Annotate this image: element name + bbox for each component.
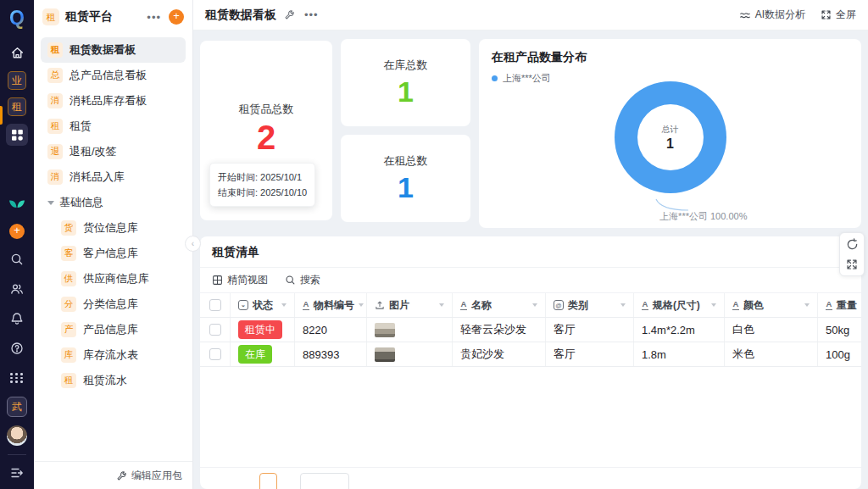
stat-label: 租赁品总数 [239,102,294,117]
text-field-icon: A [732,300,739,309]
page-more-icon[interactable]: ••• [303,8,320,21]
search-button[interactable]: 搜索 [285,273,320,287]
column-dropdown-icon[interactable] [711,303,716,307]
weight-cell: 100g [818,342,861,366]
text-field-icon: A [826,300,832,309]
column-header-image[interactable]: 图片 [367,293,453,317]
help-icon[interactable] [6,337,28,359]
collapse-sidebar-icon[interactable] [6,462,28,484]
donut-center-value: 1 [666,136,674,152]
image-cell [367,342,453,366]
app-grid-menu-icon[interactable] [6,367,28,389]
status-cell: 租赁中 [231,318,295,342]
expand-icon[interactable] [846,258,858,270]
text-field-icon: A [460,300,467,309]
menu-item-icon: 消 [47,93,63,108]
column-header-name[interactable]: A 名称 [453,293,546,317]
sidebar-item-category-info[interactable]: 分 分类信息库 [54,292,186,317]
sidebar-item-rental-dashboard[interactable]: 租 租赁数据看板 [41,37,186,63]
menu-item-label: 租赁 [70,119,92,134]
add-page-button[interactable]: + [169,9,184,25]
notifications-bell-icon[interactable] [6,308,28,330]
menu-item-label: 分类信息库 [83,297,138,312]
stat-card-in-stock: 在库总数 1 [341,39,470,126]
column-label: 物料编号 [314,298,354,313]
sidebar-item-consumable-inbound[interactable]: 消 消耗品入库 [41,164,186,190]
sidebar-item-rental[interactable]: 租 租赁 [41,114,186,139]
app-more-icon[interactable]: ••• [145,11,163,24]
menu-item-icon: 客 [61,246,76,261]
edit-app-package-button[interactable]: 编辑应用包 [34,461,192,489]
rail-business-app-icon[interactable]: 业 [8,71,26,90]
row-checkbox[interactable] [209,348,221,360]
column-dropdown-icon[interactable] [804,303,810,307]
stat-value: 1 [398,76,414,108]
menu-item-label: 库存流水表 [83,347,138,363]
pagination-page-size-select[interactable] [300,473,349,489]
name-cell: 贵妃沙发 [453,342,546,366]
column-header-code[interactable]: A 物料编号 [295,293,367,317]
donut-chart[interactable]: 总计 1 [615,81,726,193]
sidebar-item-product-dashboard[interactable]: 总 总产品信息看板 [41,63,186,88]
search-label: 搜索 [300,273,320,287]
column-header-size[interactable]: A 规格(尺寸) [634,293,725,317]
sidebar-group-children: 货 货位信息库 客 客户信息库 供 供应商信息库 分 分类信息库 产 产品信息库… [41,215,186,393]
sidebar-item-customer-info[interactable]: 客 客户信息库 [54,241,186,266]
menu-item-label: 总产品信息看板 [70,68,147,83]
menu-item-icon: 货 [61,220,76,236]
contacts-icon[interactable] [6,278,28,300]
lookup-field-icon: @ [554,300,564,310]
product-thumbnail[interactable] [375,323,395,337]
ai-analysis-button[interactable]: AI数据分析 [739,8,805,22]
sidebar-item-product-info[interactable]: 产 产品信息库 [54,317,186,342]
status-badge: 租赁中 [238,320,282,339]
sidebar-group-basic-info[interactable]: 基础信息 [41,190,186,215]
workspace-logo-icon[interactable] [6,192,28,214]
collapse-panel-icon[interactable]: ‹ [185,236,201,252]
sidebar-item-consumable-stock[interactable]: 消 消耗品库存看板 [41,88,186,114]
apps-grid-icon[interactable] [6,124,28,146]
sidebar-item-return[interactable]: 退 退租/改签 [41,139,186,164]
column-dropdown-icon[interactable] [532,303,537,307]
stat-label: 在库总数 [384,58,428,73]
weight-cell: 50kg [818,318,861,342]
org-badge[interactable]: 武 [7,397,27,417]
row-select-cell [200,318,231,342]
menu-item-icon: 消 [47,169,63,185]
table-row[interactable]: 租赁中 8220 轻奢云朵沙发 客厅 1.4m*2.2m 白色 50kg [200,318,861,342]
select-all-checkbox[interactable] [209,299,221,311]
sidebar-item-rental-flow[interactable]: 租 租赁流水 [54,368,186,393]
compact-view-button[interactable]: 精简视图 [212,273,268,287]
row-checkbox[interactable] [209,324,221,336]
fullscreen-button[interactable]: 全屏 [821,8,856,22]
user-avatar[interactable] [7,425,27,446]
column-dropdown-icon[interactable] [620,303,626,307]
product-thumbnail[interactable] [375,347,395,362]
sidebar-item-slot-info[interactable]: 货 货位信息库 [54,215,186,241]
edit-wrench-icon[interactable] [284,9,295,20]
column-dropdown-icon[interactable] [439,303,444,307]
rail-add-icon[interactable]: + [9,224,25,239]
column-header-category[interactable]: @ 类别 [546,293,634,317]
search-icon [285,275,296,286]
column-dropdown-icon[interactable] [359,303,364,307]
refresh-icon[interactable] [846,238,859,251]
column-dropdown-icon[interactable] [281,303,287,307]
column-header-status[interactable]: ⌄ 状态 [231,293,295,317]
sidebar-item-supplier-info[interactable]: 供 供应商信息库 [54,266,186,292]
sidebar-item-stock-flow[interactable]: 库 库存流水表 [54,342,186,368]
color-cell: 白色 [725,318,818,342]
table-row[interactable]: 在库 889393 贵妃沙发 客厅 1.8m 米色 100g [200,342,861,367]
donut-center: 总计 1 [637,104,704,170]
rail-rent-app-icon[interactable]: 租 [8,97,26,116]
pagination-current-page[interactable] [259,473,277,489]
stat-value: 1 [398,172,414,203]
column-header-weight[interactable]: A 重量 [818,293,861,317]
home-icon[interactable] [6,42,28,64]
rail-selected-indicator [0,106,3,125]
column-header-color[interactable]: A 颜色 [725,293,818,317]
menu-item-icon: 供 [61,271,76,286]
search-icon[interactable] [6,248,28,270]
app-icon: 租 [42,8,59,25]
text-field-icon: A [303,300,309,309]
